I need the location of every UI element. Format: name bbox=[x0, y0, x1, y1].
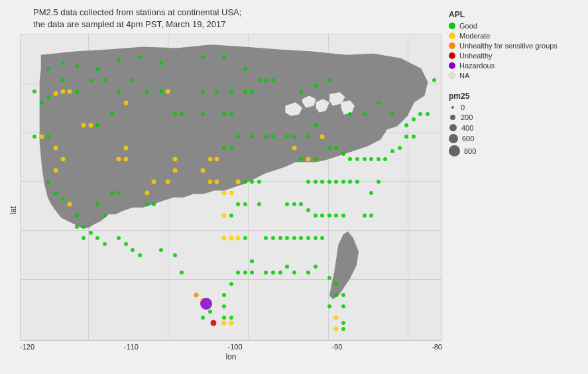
data-point-93 bbox=[314, 123, 318, 127]
data-point-145 bbox=[250, 180, 254, 184]
data-point-49 bbox=[159, 248, 163, 252]
data-point-200 bbox=[222, 304, 226, 308]
legend-label-pm25-800: 800 bbox=[464, 147, 476, 155]
data-point-31 bbox=[60, 157, 65, 162]
data-point-100 bbox=[363, 157, 367, 161]
data-point-155 bbox=[250, 135, 254, 139]
data-point-166 bbox=[117, 157, 121, 162]
data-point-203 bbox=[229, 321, 233, 326]
data-point-102 bbox=[377, 157, 381, 161]
data-point-74 bbox=[341, 293, 345, 297]
data-point-120 bbox=[327, 214, 331, 218]
data-point-163 bbox=[152, 202, 156, 206]
data-point-39 bbox=[75, 225, 79, 229]
data-point-46 bbox=[124, 242, 128, 246]
x-tick-90: -90 bbox=[331, 343, 342, 351]
data-point-53 bbox=[208, 310, 212, 314]
data-point-124 bbox=[271, 236, 275, 240]
data-point-112 bbox=[348, 180, 352, 184]
legend-item-pm25-600: 600 bbox=[449, 134, 575, 143]
data-point-37 bbox=[75, 214, 79, 218]
legend-dot-moderate bbox=[449, 32, 455, 39]
data-point-111 bbox=[341, 180, 345, 184]
data-point-204 bbox=[200, 298, 212, 310]
data-point-148 bbox=[215, 180, 219, 184]
data-point-57 bbox=[229, 282, 233, 286]
data-point-150 bbox=[207, 157, 212, 162]
data-point-142 bbox=[229, 191, 233, 196]
legend-dot-unhealthy-sensitive bbox=[449, 42, 455, 49]
legend-area: APL Good Moderate Unhealthy for sensitiv… bbox=[442, 7, 581, 367]
data-point-110 bbox=[334, 180, 338, 184]
data-point-95 bbox=[327, 146, 331, 150]
data-point-140 bbox=[257, 202, 261, 206]
data-point-116 bbox=[299, 202, 303, 206]
data-point-44 bbox=[103, 242, 107, 246]
data-point-157 bbox=[271, 135, 275, 139]
data-point-60 bbox=[250, 271, 254, 275]
data-point-131 bbox=[320, 236, 324, 240]
data-point-192 bbox=[180, 112, 184, 116]
legend-dot-unhealthy bbox=[449, 52, 455, 59]
legend-label-hazardous: Hazardous bbox=[459, 62, 495, 70]
data-point-119 bbox=[320, 214, 324, 218]
data-point-84 bbox=[390, 149, 394, 153]
data-point-139 bbox=[243, 202, 247, 206]
data-point-30 bbox=[53, 145, 58, 150]
data-point-188 bbox=[264, 78, 268, 82]
data-point-168 bbox=[110, 191, 114, 195]
data-point-202 bbox=[221, 321, 226, 326]
data-point-76 bbox=[327, 304, 331, 308]
data-point-167 bbox=[123, 157, 128, 162]
data-point-90 bbox=[292, 135, 296, 139]
data-point-7 bbox=[201, 55, 205, 59]
data-point-197 bbox=[159, 90, 163, 94]
data-point-134 bbox=[236, 236, 241, 241]
data-point-99 bbox=[355, 157, 359, 161]
pm25-legend: pm25 0 200 400 600 800 bbox=[449, 92, 575, 158]
data-point-130 bbox=[314, 236, 318, 240]
data-point-160 bbox=[166, 180, 170, 184]
data-point-89 bbox=[285, 135, 289, 139]
data-point-132 bbox=[221, 236, 226, 241]
data-point-187 bbox=[257, 78, 261, 82]
data-point-156 bbox=[264, 135, 268, 139]
legend-item-pm25-400: 400 bbox=[449, 123, 575, 132]
data-point-75 bbox=[334, 293, 338, 297]
data-point-10 bbox=[271, 78, 275, 82]
data-point-172 bbox=[82, 123, 86, 127]
data-point-125 bbox=[278, 236, 282, 240]
data-point-171 bbox=[88, 123, 93, 127]
data-point-185 bbox=[243, 90, 247, 94]
legend-label-good: Good bbox=[459, 22, 477, 30]
plot-and-x: 50 45 40 35 30 25 -120 -110 -100 -90 -80 bbox=[20, 34, 442, 367]
data-point-191 bbox=[173, 112, 177, 116]
data-point-78 bbox=[341, 327, 345, 331]
legend-dot-good bbox=[449, 23, 455, 29]
legend-dot-pm25-0 bbox=[451, 106, 454, 109]
x-axis-label: lon bbox=[20, 352, 442, 361]
data-point-136 bbox=[221, 214, 226, 218]
data-point-43 bbox=[103, 214, 107, 218]
data-point-173 bbox=[95, 123, 99, 127]
legend-label-unhealthy-sensitive: Unhealthy for sensitive groups bbox=[459, 42, 558, 50]
data-point-109 bbox=[327, 180, 331, 184]
data-point-137 bbox=[229, 214, 233, 218]
data-point-54 bbox=[222, 316, 226, 320]
data-point-85 bbox=[398, 146, 402, 150]
data-point-101 bbox=[369, 157, 373, 161]
legend-item-pm25-800: 800 bbox=[449, 145, 575, 156]
data-point-56 bbox=[222, 293, 226, 297]
data-point-198 bbox=[194, 292, 198, 297]
x-axis-area: -120 -110 -100 -90 -80 lon bbox=[20, 341, 442, 367]
data-point-152 bbox=[222, 146, 226, 150]
pm25-legend-title: pm25 bbox=[449, 92, 575, 101]
data-point-178 bbox=[89, 78, 93, 82]
data-point-41 bbox=[89, 231, 93, 235]
data-point-59 bbox=[243, 271, 247, 275]
data-point-138 bbox=[236, 202, 240, 206]
legend-dot-pm25-200 bbox=[450, 115, 455, 120]
data-point-154 bbox=[236, 135, 240, 139]
data-point-128 bbox=[299, 236, 303, 240]
data-point-149 bbox=[201, 168, 206, 173]
